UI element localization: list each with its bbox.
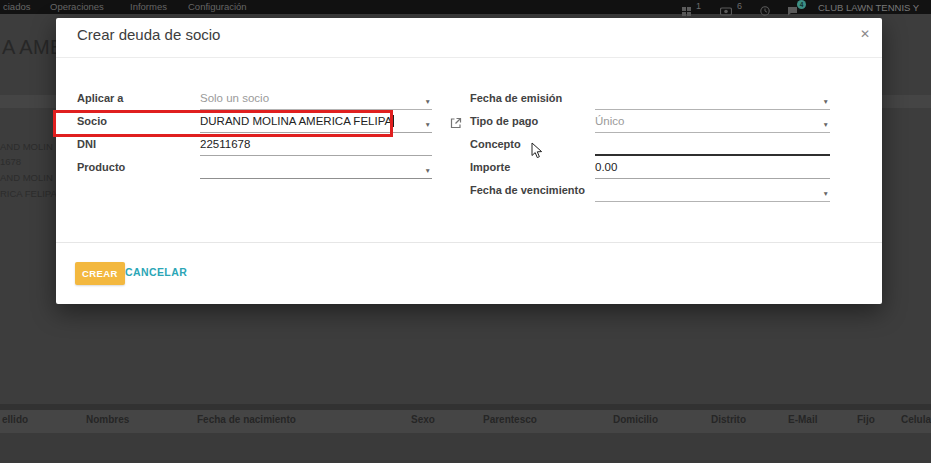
nav-item-configuracion: Configuración (188, 1, 247, 12)
header-cell-fijo: Fijo (857, 414, 875, 425)
fecha-vencimiento-select[interactable]: ▼ (595, 180, 830, 202)
header-cell-email: E-Mail (788, 414, 817, 425)
chevron-down-icon: ▼ (823, 121, 829, 128)
header-cell-sexo: Sexo (411, 414, 435, 425)
concepto-label: Concepto (470, 138, 521, 150)
dialog-title: Crear deuda de socio (77, 26, 220, 43)
header-cell-apellido: ellido (2, 414, 28, 425)
nav-item-operaciones: Operaciones (50, 1, 104, 12)
tipo-pago-label: Tipo de pago (470, 115, 538, 127)
chat-badge: 4 (797, 0, 806, 9)
external-link-icon[interactable] (450, 115, 462, 127)
dni-input[interactable]: 22511678 (200, 134, 432, 156)
chevron-down-icon: ▼ (823, 98, 829, 105)
chevron-down-icon: ▼ (823, 190, 829, 197)
producto-select[interactable]: ▼ (200, 157, 432, 179)
concepto-input[interactable] (595, 134, 830, 156)
nav-item-informes: Informes (130, 1, 167, 12)
fecha-emision-label: Fecha de emisión (470, 92, 562, 104)
dashboard-count: 1 (696, 1, 701, 11)
header-cell-distrito: Distrito (711, 414, 746, 425)
highlight-box (53, 110, 393, 137)
club-name: CLUB LAWN TENNIS Y (818, 2, 930, 13)
close-icon[interactable]: ✕ (856, 25, 874, 43)
cancelar-button[interactable]: CANCELAR (125, 266, 187, 278)
header-cell-celular: Celula (901, 414, 931, 425)
chevron-down-icon: ▼ (425, 98, 431, 105)
background-snippet: 1678 (0, 156, 21, 167)
aplicar-a-label: Aplicar a (77, 92, 123, 104)
header-divider (56, 57, 882, 58)
crear-button[interactable]: CREAR (75, 262, 125, 285)
nav-item-asociados: ciados (3, 1, 30, 12)
top-navbar: ciados Operaciones Informes Configuració… (0, 0, 931, 14)
importe-input[interactable]: 0.00 (595, 157, 830, 179)
background-snippet: AND MOLIN (0, 172, 53, 183)
chevron-down-icon: ▼ (425, 121, 431, 128)
tipo-pago-select[interactable]: Único ▼ (595, 111, 830, 133)
background-snippet: AND MOLIN (0, 141, 53, 152)
producto-label: Producto (77, 161, 125, 173)
text-cursor (393, 115, 394, 127)
header-cell-parentesco: Parentesco (483, 414, 537, 425)
aplicar-a-select[interactable]: Solo un socio ▼ (200, 88, 432, 110)
members-table-header: ellido Nombres Fecha de nacimiento Sexo … (0, 410, 931, 433)
mouse-cursor-icon (531, 142, 543, 163)
header-cell-nacimiento: Fecha de nacimiento (197, 414, 296, 425)
importe-label: Importe (470, 161, 510, 173)
camera-count: 6 (737, 1, 742, 11)
screen: ciados Operaciones Informes Configuració… (0, 0, 931, 463)
chevron-down-icon: ▼ (425, 167, 431, 174)
footer-divider (56, 242, 882, 243)
background-snippet: RICA FELIPA (0, 188, 57, 199)
header-cell-nombres: Nombres (86, 414, 129, 425)
table-body-area (0, 433, 931, 463)
fecha-emision-select[interactable]: ▼ (595, 88, 830, 110)
fecha-vencimiento-label: Fecha de vencimiento (470, 184, 585, 196)
create-debt-dialog: Crear deuda de socio ✕ Aplicar a Solo un… (56, 18, 882, 304)
header-cell-domicilio: Domicilio (613, 414, 658, 425)
dni-label: DNI (77, 138, 96, 150)
